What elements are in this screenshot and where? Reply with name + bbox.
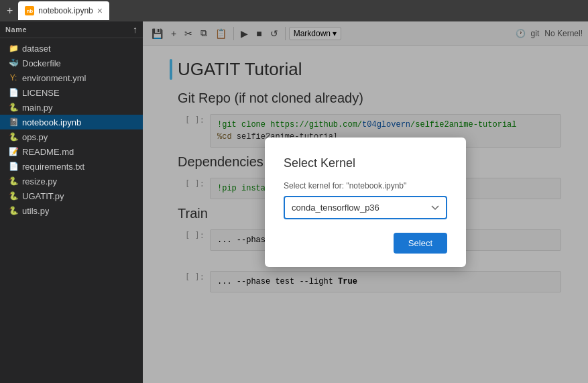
sidebar: Name ↑ 📁 dataset 🐳 Dockerfile Y: environ… (0, 21, 143, 383)
file-label-ops: ops.py (22, 132, 48, 142)
sidebar-item-ops[interactable]: 🐍 ops.py (0, 129, 143, 144)
sidebar-item-requirements[interactable]: 📄 requirements.txt (0, 159, 143, 174)
sidebar-item-dataset[interactable]: 📁 dataset (0, 41, 143, 56)
file-label-license: LICENSE (22, 88, 60, 98)
file-list: 📁 dataset 🐳 Dockerfile Y: environment.ym… (0, 38, 143, 383)
sidebar-sort-button[interactable]: ↑ (133, 24, 137, 35)
file-icon: 📄 (8, 87, 19, 98)
docker-icon: 🐳 (8, 58, 19, 68)
sidebar-item-license[interactable]: 📄 LICENSE (0, 85, 143, 100)
sidebar-item-utils[interactable]: 🐍 utils.py (0, 203, 143, 218)
python-icon: 🐍 (8, 176, 19, 186)
python-icon: 🐍 (8, 131, 19, 142)
notebook-icon: 📓 (8, 117, 19, 127)
sidebar-item-readme[interactable]: 📝 README.md (0, 144, 143, 159)
select-button[interactable]: Select (394, 233, 447, 254)
file-label-environment: environment.yml (22, 73, 86, 83)
main-layout: Name ↑ 📁 dataset 🐳 Dockerfile Y: environ… (0, 21, 588, 383)
dialog-overlay: Select Kernel Select kernel for: "notebo… (143, 21, 588, 383)
sidebar-item-main[interactable]: 🐍 main.py (0, 100, 143, 115)
file-label-main: main.py (22, 103, 53, 113)
sidebar-item-ugatit[interactable]: 🐍 UGATIT.py (0, 188, 143, 203)
sidebar-toolbar: Name ↑ (0, 21, 143, 38)
tab-close-button[interactable]: × (97, 6, 103, 15)
file-label-requirements: requirements.txt (22, 162, 84, 172)
notebook-area: 💾 + ✂ ⧉ 📋 ▶ ■ ↺ Markdown ▾ 🕐 git No Kern… (143, 21, 588, 383)
file-label-dataset: dataset (22, 44, 51, 54)
txt-icon: 📄 (8, 161, 19, 172)
kernel-select[interactable]: conda_tensorflow_p36Python 3conda_python… (284, 196, 447, 219)
tab-notebook-icon: nb (25, 6, 34, 15)
file-label-resize: resize.py (22, 176, 57, 186)
file-label-ugatit: UGATIT.py (22, 191, 64, 201)
file-label-notebook: notebook.ipynb (22, 117, 81, 127)
notebook-tab[interactable]: nb notebook.ipynb × (18, 1, 109, 20)
sidebar-title: Name (5, 25, 133, 34)
sidebar-item-notebook[interactable]: 📓 notebook.ipynb (0, 115, 143, 129)
python-icon: 🐍 (8, 205, 19, 216)
sidebar-item-resize[interactable]: 🐍 resize.py (0, 174, 143, 188)
dialog-title: Select Kernel (284, 156, 447, 170)
folder-icon: 📁 (8, 43, 19, 54)
tab-bar: + nb notebook.ipynb × (0, 0, 588, 21)
file-label-readme: README.md (22, 147, 74, 157)
python-icon: 🐍 (8, 102, 19, 113)
file-label-dockerfile: Dockerfile (22, 58, 61, 68)
yaml-icon: Y: (8, 72, 19, 83)
md-icon: 📝 (8, 146, 19, 157)
dialog-label: Select kernel for: "notebook.ipynb" (284, 181, 447, 190)
dialog-actions: Select (284, 233, 447, 254)
python-icon: 🐍 (8, 190, 19, 201)
select-kernel-dialog: Select Kernel Select kernel for: "notebo… (265, 138, 466, 267)
sidebar-item-dockerfile[interactable]: 🐳 Dockerfile (0, 56, 143, 70)
file-label-utils: utils.py (22, 206, 49, 216)
sidebar-item-environment[interactable]: Y: environment.yml (0, 70, 143, 85)
new-tab-button[interactable]: + (3, 0, 17, 21)
tab-label: notebook.ipynb (38, 6, 93, 15)
